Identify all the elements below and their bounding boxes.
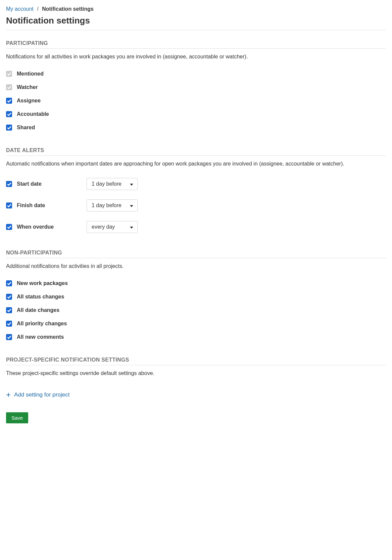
row-shared: Shared (6, 125, 386, 131)
row-accountable: Accountable (6, 111, 386, 117)
checkbox-status[interactable] (6, 294, 12, 300)
chevron-down-icon (130, 181, 133, 187)
check-icon (7, 281, 11, 286)
participating-header: PARTICIPATING (6, 40, 386, 49)
label-finish-date: Finish date (17, 202, 45, 208)
checkbox-start-date[interactable] (6, 181, 12, 187)
check-icon (7, 85, 11, 90)
section-participating: PARTICIPATING Notifications for all acti… (6, 40, 386, 131)
page-title: Notification settings (6, 15, 386, 26)
check-icon (7, 72, 11, 76)
checkbox-priority[interactable] (6, 321, 12, 327)
title-divider (6, 30, 386, 30)
check-icon (7, 99, 11, 103)
label-priority: All priority changes (17, 321, 67, 327)
row-start-date: Start date 1 day before (6, 178, 386, 190)
breadcrumb-parent-link[interactable]: My account (6, 6, 34, 12)
checkbox-comments[interactable] (6, 334, 12, 340)
project-specific-header: PROJECT-SPECIFIC NOTIFICATION SETTINGS (6, 357, 386, 365)
select-overdue[interactable]: every day (87, 221, 138, 233)
svg-marker-0 (130, 184, 133, 186)
section-non-participating: NON-PARTICIPATING Additional notificatio… (6, 250, 386, 340)
check-icon (7, 112, 11, 116)
check-icon (7, 225, 11, 229)
checkbox-assignee[interactable] (6, 98, 12, 104)
svg-marker-1 (130, 205, 133, 207)
project-specific-desc: These project-specific settings override… (6, 369, 386, 377)
label-mentioned: Mentioned (17, 71, 44, 77)
check-icon (7, 335, 11, 339)
row-mentioned: Mentioned (6, 71, 386, 77)
check-icon (7, 295, 11, 299)
select-overdue-value: every day (92, 224, 115, 230)
check-icon (7, 182, 11, 186)
non-participating-desc: Additional notifications for activities … (6, 262, 386, 270)
plus-icon: + (6, 391, 11, 399)
add-project-setting-label: Add setting for project (14, 391, 69, 398)
row-assignee: Assignee (6, 98, 386, 104)
breadcrumb: My account / Notification settings (6, 6, 386, 12)
section-project-specific: PROJECT-SPECIFIC NOTIFICATION SETTINGS T… (6, 357, 386, 399)
checkbox-accountable[interactable] (6, 111, 12, 117)
chevron-down-icon (130, 224, 133, 230)
label-accountable: Accountable (17, 111, 49, 117)
row-comments: All new comments (6, 334, 386, 340)
checkbox-finish-date[interactable] (6, 202, 12, 208)
select-finish-date-value: 1 day before (92, 202, 121, 208)
label-new-wp: New work packages (17, 280, 68, 286)
row-watcher: Watcher (6, 84, 386, 90)
label-assignee: Assignee (17, 98, 41, 104)
checkbox-date[interactable] (6, 307, 12, 313)
checkbox-mentioned (6, 71, 12, 77)
section-date-alerts: DATE ALERTS Automatic notifications when… (6, 147, 386, 233)
select-start-date[interactable]: 1 day before (87, 178, 138, 190)
checkbox-shared[interactable] (6, 125, 12, 131)
date-alerts-desc: Automatic notifications when important d… (6, 160, 386, 168)
check-icon (7, 308, 11, 313)
check-icon (7, 203, 11, 208)
date-alerts-header: DATE ALERTS (6, 147, 386, 156)
checkbox-watcher (6, 84, 12, 90)
row-finish-date: Finish date 1 day before (6, 199, 386, 212)
label-watcher: Watcher (17, 84, 38, 90)
checkbox-new-wp[interactable] (6, 280, 12, 286)
breadcrumb-current: Notification settings (42, 6, 94, 12)
chevron-down-icon (130, 202, 133, 208)
label-start-date: Start date (17, 181, 42, 187)
row-date: All date changes (6, 307, 386, 313)
row-overdue: When overdue every day (6, 221, 386, 233)
check-icon (7, 322, 11, 326)
non-participating-header: NON-PARTICIPATING (6, 250, 386, 258)
label-comments: All new comments (17, 334, 64, 340)
row-status: All status changes (6, 294, 386, 300)
svg-marker-2 (130, 227, 133, 229)
breadcrumb-separator: / (37, 6, 38, 12)
check-icon (7, 126, 11, 130)
checkbox-overdue[interactable] (6, 224, 12, 230)
label-status: All status changes (17, 294, 64, 300)
add-project-setting-link[interactable]: + Add setting for project (6, 391, 69, 399)
row-new-wp: New work packages (6, 280, 386, 286)
row-priority: All priority changes (6, 321, 386, 327)
label-overdue: When overdue (17, 224, 54, 230)
label-shared: Shared (17, 125, 35, 131)
select-finish-date[interactable]: 1 day before (87, 199, 138, 212)
select-start-date-value: 1 day before (92, 181, 121, 187)
save-button[interactable]: Save (6, 412, 28, 423)
participating-desc: Notifications for all activities in work… (6, 53, 386, 61)
label-date: All date changes (17, 307, 59, 313)
